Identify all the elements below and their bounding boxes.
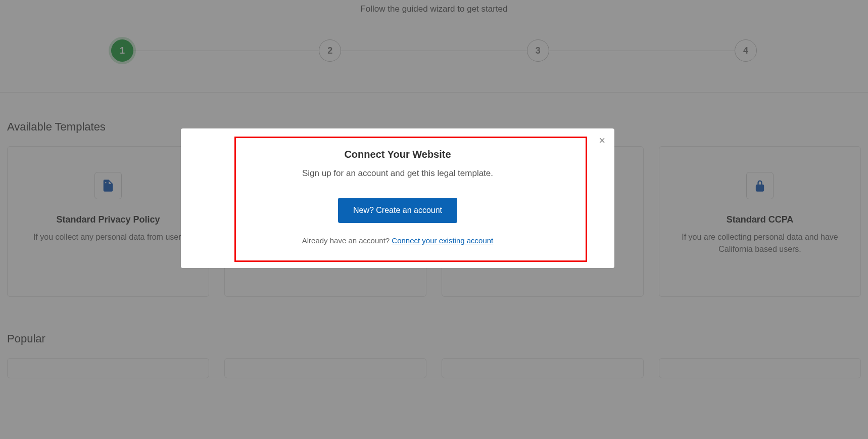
connect-website-modal: × Connect Your Website Sign up for an ac… bbox=[181, 128, 614, 268]
modal-content: Connect Your Website Sign up for an acco… bbox=[181, 128, 614, 245]
modal-title: Connect Your Website bbox=[181, 149, 614, 160]
modal-footer-text: Already have an account? bbox=[302, 236, 392, 245]
modal-subtitle: Sign up for an account and get this lega… bbox=[181, 168, 614, 179]
create-account-button[interactable]: New? Create an account bbox=[338, 198, 457, 223]
modal-footer: Already have an account? Connect your ex… bbox=[181, 236, 614, 245]
close-icon[interactable]: × bbox=[599, 135, 605, 146]
connect-existing-account-link[interactable]: Connect your existing account bbox=[392, 236, 493, 245]
page-root: Follow the guided wizard to get started … bbox=[0, 0, 868, 439]
